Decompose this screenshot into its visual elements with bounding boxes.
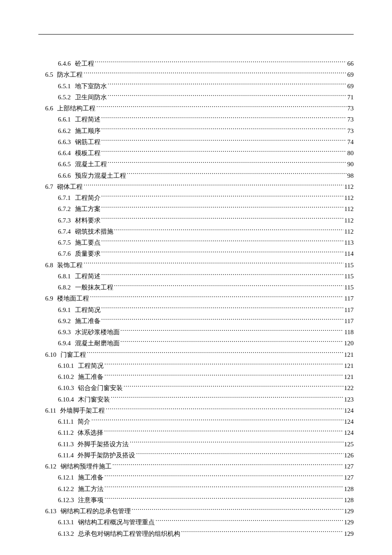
toc-entry: 6.13.1 钢结构工程概况与管理重点129 [38,517,354,528]
toc-leader [90,293,343,301]
toc-entry: 6.10 门窗工程121 [38,349,354,360]
toc-page-number: 117 [344,315,354,327]
toc-number: 6.10.1 [58,360,74,371]
toc-page-number: 120 [344,338,354,349]
toc-number: 6.6.4 [58,147,71,159]
toc-title: 地下室防水 [75,81,107,92]
toc-entry: 6.11 外墙脚手架工程124 [38,405,354,416]
toc-number: 6.9.3 [58,327,71,338]
toc-title: 施工准备 [78,371,104,382]
toc-page-number: 98 [347,170,354,181]
toc-page-number: 114 [344,248,354,259]
toc-number: 6.7.6 [58,248,71,259]
toc-leader [101,215,344,223]
toc-title: 质量要求 [75,248,101,259]
toc-page-number: 69 [347,81,354,92]
toc-number: 6.7.2 [58,203,71,214]
toc-number: 6.6.5 [58,159,71,170]
toc-title: 防水工程 [57,69,83,80]
toc-entry: 6.10.1 工程简况121 [38,360,354,371]
toc-entry: 6.6.5 混凝土工程90 [38,159,354,170]
toc-number: 6.12.1 [58,472,74,483]
toc-page-number: 73 [347,114,354,125]
toc-leader [104,494,343,502]
toc-page-number: 121 [344,371,354,382]
toc-entry: 6.5.1 地下室防水69 [38,81,354,92]
toc-page-number: 128 [344,494,354,506]
toc-leader [104,472,343,480]
toc-number: 6.7.5 [58,237,71,248]
toc-page-number: 71 [347,92,354,103]
toc-page-number: 117 [344,293,354,304]
toc-title: 材料要求 [75,215,101,226]
toc-title: 施工准备 [75,315,101,327]
toc-page-number: 122 [344,382,354,393]
toc-leader [104,483,343,491]
toc-title: 砼工程 [75,58,94,69]
toc-page-number: 125 [344,439,354,450]
toc-entry: 6.11.1 简介124 [38,416,354,427]
toc-leader [101,203,344,211]
toc-entry: 6.4.6 砼工程66 [38,58,354,69]
toc-entry: 6.10.3 铝合金门窗安装122 [38,382,354,393]
toc-entry: 6.7.4 砌筑技术措施112 [38,226,354,237]
toc-title: 钢结构工程概况与管理重点 [78,517,155,528]
toc-entry: 6.7.6 质量要求114 [38,248,354,259]
toc-entry: 6.7.3 材料要求112 [38,215,354,226]
toc-number: 6.8.2 [58,282,71,293]
toc-page-number: 118 [344,327,354,338]
toc-title: 一般抹灰工程 [75,282,113,293]
toc-title: 钢结构工程的总承包管理 [61,506,131,517]
toc-number: 6.11.3 [58,439,74,450]
toc-entry: 6.13.2 总承包对钢结构工程管理的组织机构129 [38,528,354,539]
toc-number: 6.6.6 [58,170,71,181]
toc-entry: 6.13 钢结构工程的总承包管理129 [38,506,354,517]
toc-leader [130,439,343,446]
toc-number: 6.5 [45,69,53,80]
toc-entry: 6.9.1 工程简况117 [38,304,354,315]
toc-title: 施工准备 [78,472,104,483]
toc-number: 6.8.1 [58,271,71,282]
toc-number: 6.9 [45,293,53,304]
toc-page-number: 112 [344,203,354,214]
toc-page-number: 115 [344,260,354,271]
toc-title: 水泥砂浆楼地面 [75,327,120,338]
toc-title: 工程简况 [78,360,104,371]
toc-title: 装饰工程 [57,260,83,271]
toc-page-number: 117 [344,304,354,315]
toc-title: 外脚手架防护及搭设 [78,450,135,461]
toc-page-number: 73 [347,103,354,114]
toc-entry: 6.5.2 卫生间防水71 [38,92,354,103]
toc-title: 门窗工程 [61,349,86,360]
toc-leader [181,528,343,536]
toc-page-number: 127 [344,461,354,472]
toc-number: 6.5.2 [58,92,71,103]
toc-leader [84,181,343,189]
toc-leader [87,349,343,357]
toc-page-number: 126 [344,450,354,461]
toc-page-number: 80 [347,147,354,159]
toc-page-number: 124 [344,405,354,416]
toc-title: 工程简述 [75,114,101,125]
toc-leader [91,416,343,424]
toc-number: 6.11 [45,405,56,416]
toc-page-number: 124 [344,427,354,438]
toc-leader [114,226,344,234]
toc-entry: 6.12.3 注意事项128 [38,494,354,506]
toc-page-number: 129 [344,506,354,517]
toc-entry: 6.8.2 一般抹灰工程115 [38,282,354,293]
toc-number: 6.6.3 [58,136,71,147]
toc-leader [101,248,344,256]
toc-title: 注意事项 [78,494,104,506]
toc-entry: 6.5 防水工程69 [38,69,354,80]
toc-title: 工程简述 [75,271,101,282]
toc-title: 外墙脚手架工程 [60,405,105,416]
toc-page-number: 112 [344,226,354,237]
toc-leader [106,405,343,413]
toc-entry: 6.9.4 混凝土耐磨地面120 [38,338,354,349]
toc-title: 工程简况 [75,304,101,315]
toc-title: 施工要点 [75,237,101,248]
toc-leader [95,58,347,66]
toc-leader [84,260,343,267]
toc-title: 施工方案 [75,203,101,214]
